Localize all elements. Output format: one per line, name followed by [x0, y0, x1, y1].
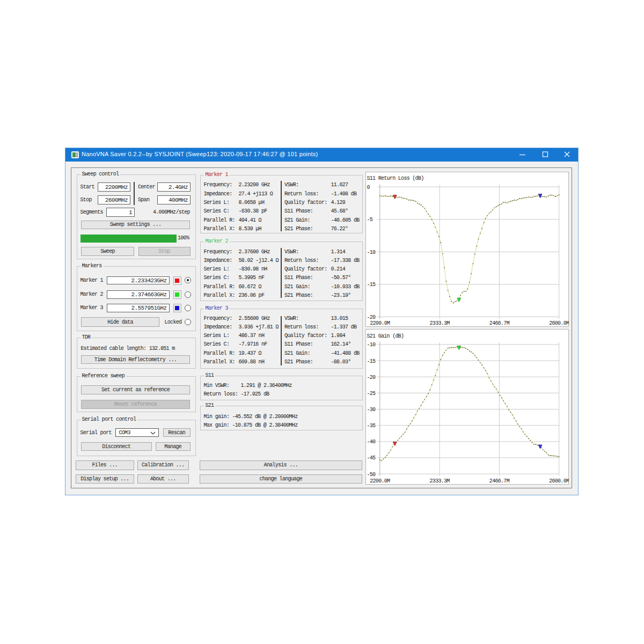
svg-text:-35: -35: [367, 423, 376, 429]
svg-text:-20: -20: [367, 375, 376, 380]
svg-text:-25: -25: [367, 391, 376, 397]
svg-text:2333.3M: 2333.3M: [430, 478, 450, 484]
svg-text:2333.3M: 2333.3M: [430, 320, 450, 326]
svg-text:-40: -40: [367, 439, 376, 445]
svg-text:-5: -5: [367, 217, 373, 223]
svg-text:-45: -45: [367, 455, 376, 461]
svg-text:0: 0: [367, 185, 370, 191]
svg-text:-10: -10: [367, 342, 376, 348]
svg-text:2600.0M: 2600.0M: [549, 320, 569, 326]
svg-text:2200.0M: 2200.0M: [370, 478, 390, 484]
svg-text:-20: -20: [367, 314, 376, 320]
svg-text:-15: -15: [367, 282, 376, 288]
svg-text:-30: -30: [367, 407, 376, 413]
svg-text:-10: -10: [367, 250, 376, 255]
svg-text:-15: -15: [367, 358, 376, 364]
svg-text:-50: -50: [367, 472, 376, 478]
svg-text:2466.7M: 2466.7M: [489, 320, 510, 326]
svg-text:S21 Gain (dB): S21 Gain (dB): [367, 333, 404, 339]
svg-text:2200.0M: 2200.0M: [370, 320, 390, 326]
svg-text:S11 Return Loss (dB): S11 Return Loss (dB): [367, 175, 424, 181]
svg-text:2600.0M: 2600.0M: [549, 478, 569, 484]
svg-text:2466.7M: 2466.7M: [489, 478, 510, 484]
